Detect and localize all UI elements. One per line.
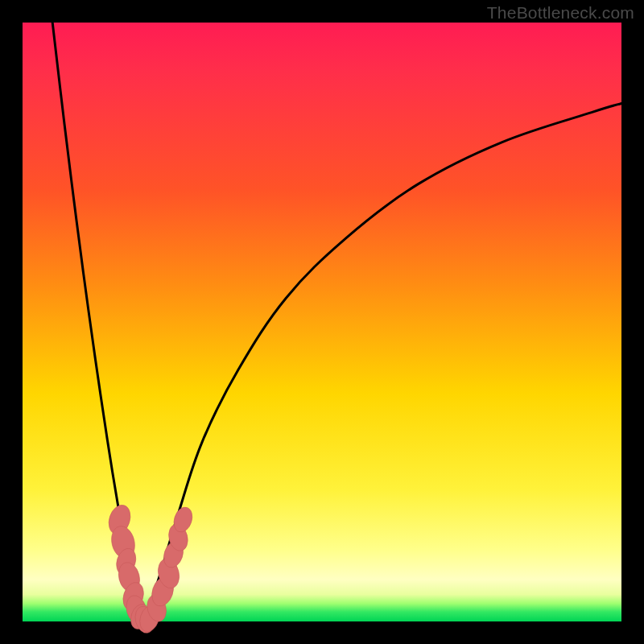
chart-plot-area [23,23,621,621]
watermark-text: TheBottleneck.com [487,3,634,23]
marker-layer [105,502,196,635]
curve-layer [52,23,621,621]
chart-svg [23,23,621,621]
chart-frame: TheBottleneck.com [0,0,644,644]
curve-right-branch [142,103,621,621]
